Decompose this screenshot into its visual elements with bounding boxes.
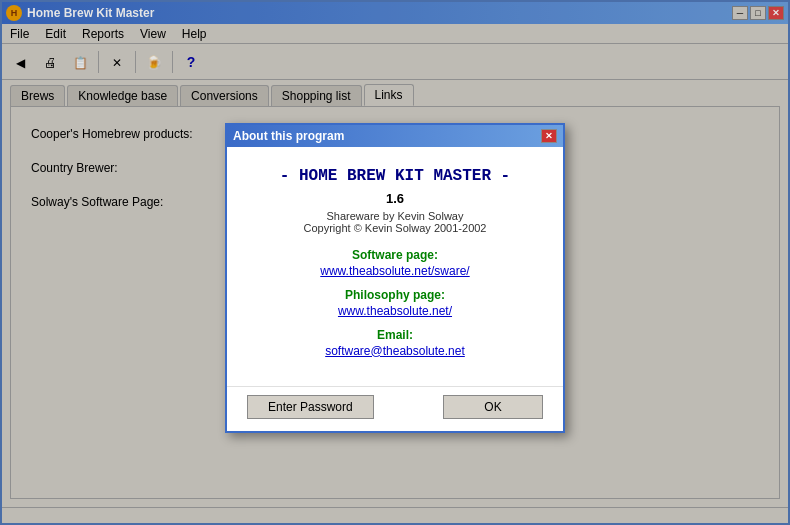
about-title-bar: About this program ✕ (227, 125, 563, 147)
about-philosophy-url[interactable]: www.theabsolute.net/ (247, 304, 543, 318)
about-philosophy-label: Philosophy page: (247, 288, 543, 302)
modal-overlay: About this program ✕ - HOME BREW KIT MAS… (2, 2, 788, 523)
enter-password-button[interactable]: Enter Password (247, 395, 374, 419)
about-version: 1.6 (247, 191, 543, 206)
about-shareware-line1: Shareware by Kevin Solway (327, 210, 464, 222)
about-dialog: About this program ✕ - HOME BREW KIT MAS… (225, 123, 565, 433)
about-software-url[interactable]: www.theabsolute.net/sware/ (247, 264, 543, 278)
about-email-url[interactable]: software@theabsolute.net (247, 344, 543, 358)
about-shareware: Shareware by Kevin Solway Copyright © Ke… (247, 210, 543, 234)
main-window: H Home Brew Kit Master ─ □ ✕ File Edit R… (0, 0, 790, 525)
about-app-title: - HOME BREW KIT MASTER - (247, 167, 543, 185)
about-email-label: Email: (247, 328, 543, 342)
about-close-button[interactable]: ✕ (541, 129, 557, 143)
about-buttons: Enter Password OK (227, 386, 563, 431)
about-content: - HOME BREW KIT MASTER - 1.6 Shareware b… (227, 147, 563, 386)
about-software-label: Software page: (247, 248, 543, 262)
about-dialog-title: About this program (233, 129, 344, 143)
about-shareware-line2: Copyright © Kevin Solway 2001-2002 (304, 222, 487, 234)
ok-button[interactable]: OK (443, 395, 543, 419)
